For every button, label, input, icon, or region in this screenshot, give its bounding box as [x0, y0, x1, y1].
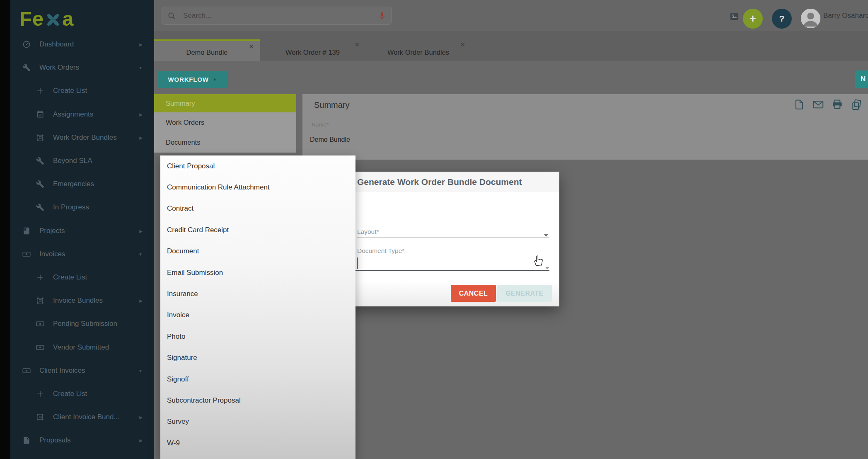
card-title: Summary	[314, 100, 350, 110]
fexa-logo[interactable]: Fe a	[19, 6, 74, 32]
sidebar-item-label: Assignments	[53, 110, 93, 119]
wrench-icon	[35, 202, 45, 212]
plus-icon	[35, 272, 45, 282]
photos-icon[interactable]	[729, 11, 740, 22]
chevron-right-icon: ▶	[139, 136, 143, 140]
sidebar-item-label: Work Order Bundles	[53, 134, 117, 142]
dropdown-option-contract[interactable]: Contract	[160, 198, 355, 219]
sidebar-item-vendor-submitted[interactable]: Vendor Submitted	[10, 336, 154, 359]
chevron-right-icon: ▶	[139, 299, 143, 303]
dropdown-option-w9[interactable]: W-9	[160, 432, 355, 454]
banknote-icon	[22, 249, 31, 259]
dropdown-option-communication-rule-attachment[interactable]: Communication Rule Attachment	[160, 177, 355, 198]
help-button-label: ?	[779, 14, 785, 24]
sidebar-item-client-invoice-bundles[interactable]: Client Invoice Bund... ▶	[10, 406, 154, 429]
banknote-icon	[22, 366, 31, 376]
modal-header: Generate Work Order Bundle Document	[346, 172, 559, 192]
dropdown-option-survey[interactable]: Survey	[160, 411, 355, 432]
sidebar-item-emergencies[interactable]: Emergencies	[10, 172, 154, 196]
sidebar-item-label: In Progress	[53, 203, 89, 211]
plus-icon	[35, 86, 45, 96]
sidebar-item-invoice-bundles[interactable]: Invoice Bundles ▶	[10, 289, 154, 312]
calendar-check-icon	[35, 109, 45, 119]
new-button-label: N	[861, 75, 866, 83]
tab-label: Work Order # 139	[285, 49, 340, 56]
bundle-icon	[35, 296, 45, 306]
layout-field-label: Layout*	[357, 228, 379, 236]
workflow-button[interactable]: WORKFLOW ▼	[158, 71, 227, 88]
workflow-button-label: WORKFLOW	[168, 76, 209, 83]
document-type-input[interactable]	[355, 257, 549, 270]
tab-label: Demo Bundle	[186, 49, 228, 56]
dropdown-option-signoff[interactable]: Signoff	[160, 369, 355, 390]
logo-x-flower-icon	[45, 12, 61, 28]
chevron-right-icon: ▶	[139, 42, 143, 47]
new-button[interactable]: N	[855, 70, 868, 88]
card-action-icons	[793, 98, 863, 111]
avatar[interactable]	[801, 9, 820, 28]
search-input[interactable]	[182, 11, 377, 20]
tab-work-order-bundles[interactable]: Work Order Bundles ✕	[365, 39, 471, 61]
sidebar-item-work-orders[interactable]: Work Orders ▼	[10, 56, 154, 79]
layout-field-underline	[357, 237, 549, 238]
bundle-icon	[35, 133, 45, 143]
sidebar-item-beyond-sla[interactable]: Beyond SLA	[10, 149, 154, 172]
dropdown-option-insurance[interactable]: Insurance	[160, 283, 355, 304]
add-button-label: +	[750, 12, 756, 25]
name-field-value[interactable]: Demo Bundle	[310, 136, 350, 143]
sidebar-item-in-progress[interactable]: In Progress	[10, 196, 154, 219]
cursor-pointer	[532, 253, 544, 266]
sidebar-item-work-order-bundles[interactable]: Work Order Bundles ▶	[10, 126, 154, 149]
sidebar-item-create-list-inv[interactable]: Create List	[10, 266, 154, 289]
dropdown-option-signature[interactable]: Signature	[160, 347, 355, 369]
chevron-right-icon: ▶	[139, 229, 143, 233]
tab-work-order-139[interactable]: Work Order # 139 ✕	[260, 39, 365, 61]
search-box	[162, 7, 392, 25]
dropdown-option-document[interactable]: Document	[160, 241, 355, 262]
sidebar-item-assignments[interactable]: Assignments ▶	[10, 103, 154, 126]
dashboard-gauge-icon	[22, 39, 31, 49]
close-icon[interactable]: ✕	[249, 43, 254, 49]
document-type-field-underline	[355, 270, 549, 271]
dropdown-option-credit-card-receipt[interactable]: Credit Card Receipt	[160, 219, 355, 240]
microphone-icon[interactable]	[377, 11, 387, 21]
sidebar-item-invoices[interactable]: Invoices ▼	[10, 243, 154, 266]
user-name[interactable]: Barry Osahanza	[823, 0, 868, 31]
copy-icon[interactable]	[850, 98, 863, 111]
add-button[interactable]: +	[743, 9, 763, 29]
close-icon[interactable]: ✕	[354, 41, 360, 48]
chevron-right-icon: ▶	[139, 438, 143, 443]
subnav-item-summary[interactable]: Summary	[154, 94, 296, 112]
cancel-button[interactable]: CANCEL	[451, 285, 496, 302]
dropdown-option-email-submission[interactable]: Email Submission	[160, 262, 355, 283]
sidebar-item-create-list-wo[interactable]: Create List	[10, 79, 154, 102]
dropdown-option-subcontractor-proposal[interactable]: Subcontractor Proposal	[160, 390, 355, 411]
sidebar-item-create-list-ci[interactable]: Create List	[10, 382, 154, 406]
banknote-icon	[35, 342, 45, 352]
sidebar-item-label: Dashboard	[39, 40, 74, 49]
dropdown-option-photo[interactable]: Photo	[160, 326, 355, 347]
logo-text-start: Fe	[19, 7, 44, 30]
subnav-item-documents[interactable]: Documents	[154, 132, 296, 153]
sidebar-item-client-invoices[interactable]: Client Invoices ▼	[10, 359, 154, 382]
sidebar-item-projects[interactable]: Projects ▶	[10, 219, 154, 243]
left-edge-strip	[0, 0, 10, 459]
document-type-dropdown-caret-icon[interactable]	[545, 267, 549, 270]
sidebar-item-pending-submission[interactable]: Pending Submission	[10, 312, 154, 335]
sidebar-item-label: Client Invoices	[39, 367, 85, 375]
generate-button[interactable]: GENERATE	[497, 285, 552, 302]
layout-dropdown-caret-icon[interactable]	[544, 234, 549, 237]
dropdown-option-client-proposal[interactable]: Client Proposal	[160, 155, 355, 177]
mail-icon[interactable]	[812, 98, 824, 111]
tab-demo-bundle[interactable]: Demo Bundle ✕	[154, 39, 260, 61]
sidebar-item-proposals[interactable]: Proposals ▶	[10, 429, 154, 452]
print-icon[interactable]	[831, 98, 844, 111]
dropdown-option-invoice[interactable]: Invoice	[160, 305, 355, 326]
sidebar-item-label: Pending Submission	[53, 320, 117, 328]
book-icon	[22, 226, 31, 236]
close-icon[interactable]: ✕	[460, 41, 465, 48]
document-icon[interactable]	[793, 98, 805, 111]
sidebar-item-dashboard[interactable]: Dashboard ▶	[10, 33, 154, 56]
help-button[interactable]: ?	[772, 9, 792, 29]
subnav-item-work-orders[interactable]: Work Orders	[154, 112, 296, 132]
